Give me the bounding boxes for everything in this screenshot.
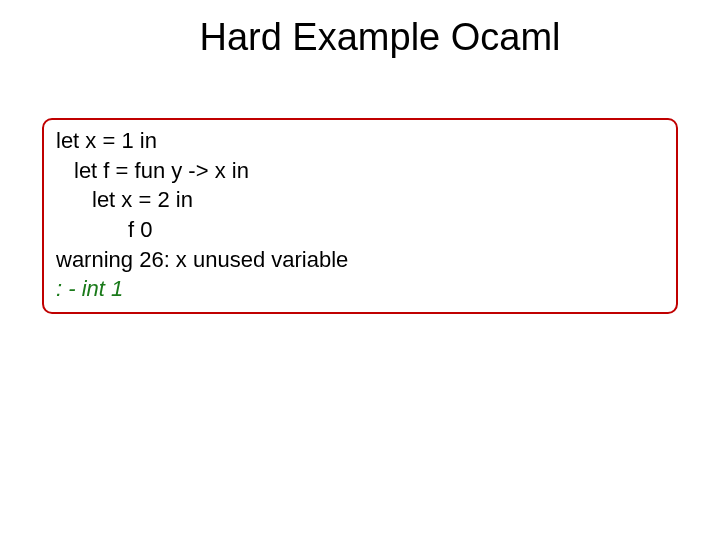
code-line: let x = 1 in [56, 126, 664, 156]
code-line: f 0 [56, 215, 664, 245]
code-warning-line: warning 26: x unused variable [56, 245, 664, 275]
code-line: let x = 2 in [56, 185, 664, 215]
slide-title: Hard Example Ocaml [0, 0, 720, 59]
code-example-box: let x = 1 in let f = fun y -> x in let x… [42, 118, 678, 314]
code-result-line: : - int 1 [56, 274, 664, 304]
code-line: let f = fun y -> x in [56, 156, 664, 186]
